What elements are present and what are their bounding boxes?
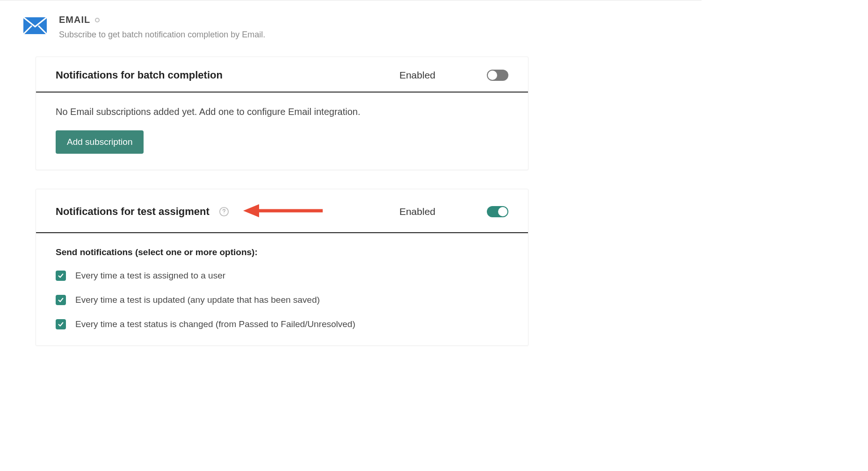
option-label: Every time a test is assigned to a user — [75, 271, 225, 281]
option-checkbox[interactable] — [56, 271, 66, 281]
option-row: Every time a test is updated (any update… — [56, 295, 508, 305]
svg-point-2 — [224, 214, 224, 214]
test-assignment-title: Notifications for test assigment — [56, 206, 210, 218]
svg-marker-4 — [243, 204, 259, 217]
test-assignment-status-label: Enabled — [399, 206, 435, 217]
option-checkbox[interactable] — [56, 295, 66, 305]
option-label: Every time a test status is changed (fro… — [75, 319, 355, 329]
email-icon — [23, 17, 47, 34]
batch-completion-toggle[interactable] — [487, 70, 508, 81]
add-subscription-button[interactable]: Add subscription — [56, 130, 144, 154]
batch-completion-empty-message: No Email subscriptions added yet. Add on… — [56, 107, 508, 117]
annotation-arrow-icon — [243, 201, 323, 222]
email-subtitle: Subscribe to get batch notification comp… — [59, 30, 265, 40]
options-title: Send notifications (select one or more o… — [56, 247, 508, 257]
option-label: Every time a test is updated (any update… — [75, 295, 320, 305]
batch-completion-title: Notifications for batch completion — [56, 69, 223, 81]
help-icon[interactable] — [219, 207, 229, 217]
email-section-header: EMAIL Subscribe to get batch notificatio… — [23, 14, 702, 40]
test-assignment-header: Notifications for test assigment Enabled — [36, 189, 528, 233]
batch-completion-status-label: Enabled — [399, 70, 435, 81]
status-dot-icon — [95, 18, 100, 22]
test-assignment-toggle[interactable] — [487, 206, 508, 217]
batch-completion-card: Notifications for batch completion Enabl… — [36, 57, 528, 170]
option-row: Every time a test is assigned to a user — [56, 271, 508, 281]
email-title: EMAIL — [59, 14, 90, 25]
batch-completion-header: Notifications for batch completion Enabl… — [36, 57, 528, 93]
option-checkbox[interactable] — [56, 319, 66, 329]
option-row: Every time a test status is changed (fro… — [56, 319, 508, 329]
test-assignment-card: Notifications for test assigment Enabled — [36, 189, 528, 346]
